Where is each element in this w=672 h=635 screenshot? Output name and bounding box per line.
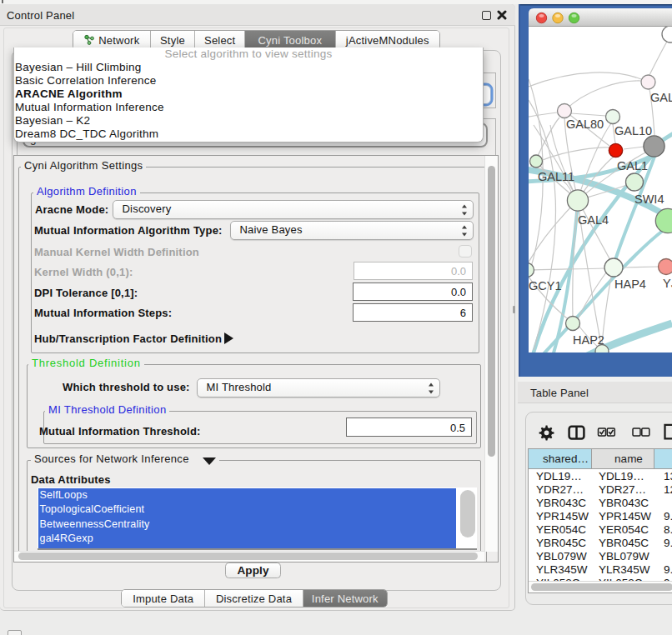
svg-text:GAL80: GAL80 [566,118,604,131]
svg-text:GAL4: GAL4 [578,213,609,227]
svg-text:SWI4: SWI4 [634,192,664,206]
svg-text:HAP4: HAP4 [614,278,646,291]
svg-text:GCY1: GCY1 [529,279,562,292]
svg-text:GAL11: GAL11 [538,170,574,183]
svg-text:GAL10: GAL10 [614,124,652,138]
svg-text:YJ: YJ [663,277,672,290]
svg-text:HAP2: HAP2 [573,333,604,347]
svg-text:GAL1: GAL1 [617,159,648,172]
svg-text:GAL7: GAL7 [650,91,672,104]
